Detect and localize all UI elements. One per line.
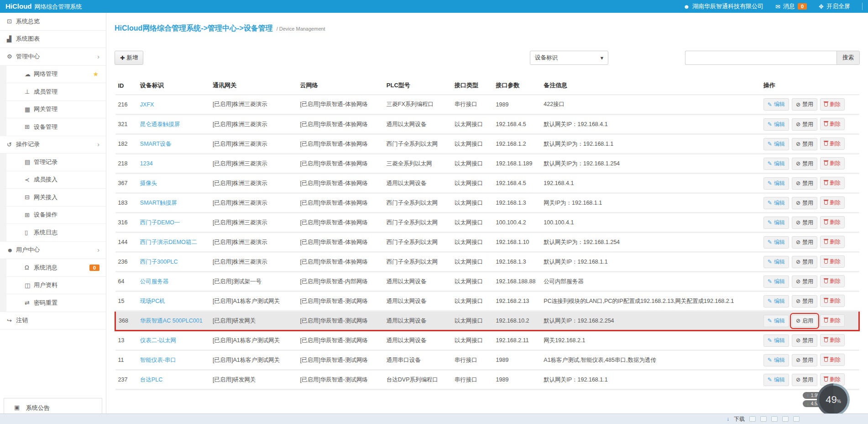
device-name-link[interactable]: JXFX — [137, 95, 210, 115]
disable-button[interactable]: ⊘禁用 — [792, 177, 817, 190]
device-name-link[interactable]: 仪表二-以太网 — [137, 331, 210, 350]
toolbar: ✚ 新增 设备标识 ▾ 搜索 — [115, 51, 860, 65]
device-name-link[interactable]: SMART设备 — [137, 134, 210, 154]
edit-button[interactable]: ✎编辑 — [763, 158, 789, 170]
add-button[interactable]: ✚ 新增 — [115, 51, 143, 65]
edit-button[interactable]: ✎编辑 — [763, 315, 789, 327]
delete-button[interactable]: 删除 — [820, 157, 845, 170]
disable-button[interactable]: ⊘禁用 — [792, 98, 817, 111]
edit-button[interactable]: ✎编辑 — [763, 177, 789, 190]
download-bar-icon-2[interactable] — [760, 416, 767, 422]
delete-label: 删除 — [830, 120, 841, 128]
delete-button[interactable]: 删除 — [820, 177, 845, 189]
fullscreen-button[interactable]: ✥ 开启全屏 — [819, 2, 850, 11]
edit-button[interactable]: ✎编辑 — [763, 334, 789, 347]
sidebar-item-admin-center[interactable]: ⚙管理中心› — [0, 48, 106, 66]
disable-button[interactable]: ⊘禁用 — [792, 138, 817, 150]
device-name-link[interactable]: 现场PC机 — [137, 292, 210, 311]
edit-button[interactable]: ✎编辑 — [763, 118, 789, 131]
edit-button[interactable]: ✎编辑 — [763, 354, 789, 366]
device-name-link[interactable]: 台达PLC — [137, 370, 210, 390]
sidebar-item-admin-records[interactable]: ▤管理记录 — [0, 154, 106, 171]
cell-cloud-network: [已启用]华辰智通-体验网络 — [297, 154, 383, 174]
download-bar-icon-1[interactable] — [749, 416, 756, 422]
delete-button[interactable]: 删除 — [820, 255, 845, 268]
cell-cloud-network: [已启用]华辰智通-测试网络 — [297, 370, 383, 390]
percent-ring[interactable]: 49 % — [817, 383, 850, 413]
search-input[interactable] — [685, 51, 837, 65]
sidebar-item-gateway-access[interactable]: ⊟网关接入 — [0, 189, 106, 207]
messages-menu[interactable]: ✉ 消息 0 — [775, 2, 807, 11]
delete-button[interactable]: 删除 — [820, 118, 845, 130]
sidebar-item-user-center[interactable]: ☻用户中心› — [0, 242, 106, 260]
disable-button[interactable]: ⊘禁用 — [792, 374, 817, 386]
device-name-link[interactable]: 公司服务器 — [137, 272, 210, 292]
delete-button[interactable]: 删除 — [820, 295, 845, 307]
device-name-link[interactable]: 智能仪表-串口 — [137, 350, 210, 370]
delete-button[interactable]: 删除 — [820, 216, 845, 228]
delete-button[interactable]: 删除 — [820, 236, 845, 248]
device-name-link[interactable]: 华辰智通AC 500PLC001 — [137, 311, 210, 331]
sidebar-item-system-overview[interactable]: ⊡系统总览 — [0, 13, 106, 31]
device-name-link[interactable]: 西门子300PLC — [137, 252, 210, 272]
disable-button[interactable]: ⊘禁用 — [792, 158, 817, 170]
download-bar-icon-5[interactable] — [793, 416, 800, 422]
delete-button[interactable]: 删除 — [820, 98, 845, 111]
disable-button[interactable]: ⊘禁用 — [792, 236, 817, 249]
pencil-icon: ✎ — [768, 318, 772, 324]
edit-button[interactable]: ✎编辑 — [763, 98, 789, 111]
device-name-link[interactable]: 1234 — [137, 154, 210, 174]
disable-button[interactable]: ⊘禁用 — [792, 295, 817, 307]
filter-select[interactable]: 设备标识 ▾ — [530, 51, 608, 65]
sidebar-item-logout[interactable]: ↪注销 — [0, 312, 106, 330]
sidebar-item-network-mgmt[interactable]: ☁网络管理★ — [0, 66, 106, 84]
edit-button[interactable]: ✎编辑 — [763, 138, 789, 150]
device-name-link[interactable]: 西门子DEMO一 — [137, 213, 210, 233]
delete-button[interactable]: 删除 — [820, 138, 845, 150]
download-bar-icon-4[interactable] — [782, 416, 789, 422]
delete-button[interactable]: 删除 — [820, 334, 845, 346]
enable-button[interactable]: ⊘启用 — [792, 315, 817, 327]
table-row: 144西门子演示DEMO箱二[已启用]株洲三菱演示[已启用]华辰智通-体验网络西… — [115, 233, 859, 252]
edit-button[interactable]: ✎编辑 — [763, 374, 789, 386]
delete-label: 删除 — [830, 297, 841, 305]
search-button[interactable]: 搜索 — [837, 51, 860, 65]
disable-button[interactable]: ⊘禁用 — [792, 334, 817, 347]
edit-button[interactable]: ✎编辑 — [763, 197, 789, 209]
delete-button[interactable]: 删除 — [820, 314, 845, 327]
edit-button[interactable]: ✎编辑 — [763, 217, 789, 229]
delete-button[interactable]: 删除 — [820, 354, 845, 366]
device-name-link[interactable]: 摄像头 — [137, 174, 210, 193]
edit-button[interactable]: ✎编辑 — [763, 256, 789, 268]
sidebar-item-member-access[interactable]: ≺成员接入 — [0, 171, 106, 189]
sidebar-item-member-mgmt[interactable]: ⊥成员管理 — [0, 83, 106, 101]
disable-button[interactable]: ⊘禁用 — [792, 118, 817, 131]
device-name-link[interactable]: 西门子演示DEMO箱二 — [137, 233, 210, 252]
edit-button[interactable]: ✎编辑 — [763, 276, 789, 288]
company-menu[interactable]: ☻ 湖南华辰智通科技有限公司 — [683, 2, 763, 11]
disable-button[interactable]: ⊘禁用 — [792, 354, 817, 366]
download-bar-icon-3[interactable] — [771, 416, 778, 422]
edit-button[interactable]: ✎编辑 — [763, 295, 789, 307]
sidebar-item-device-ops[interactable]: ⊞设备操作 — [0, 207, 106, 224]
sidebar-item-gateway-mgmt[interactable]: ▦网关管理 — [0, 101, 106, 119]
device-name-link[interactable]: SMART触摸屏 — [137, 193, 210, 213]
sidebar-item-device-mgmt[interactable]: ⊞设备管理 — [0, 118, 106, 136]
cell-actions: ✎编辑⊘禁用删除 — [761, 350, 859, 370]
sidebar-item-operation-log[interactable]: ↺操作记录› — [0, 136, 106, 154]
disable-button[interactable]: ⊘禁用 — [792, 217, 817, 229]
edit-button[interactable]: ✎编辑 — [763, 236, 789, 249]
sidebar-item-system-messages[interactable]: Ω系统消息0 — [0, 259, 106, 277]
sidebar-item-system-charts[interactable]: ▟系统图表 — [0, 31, 106, 48]
disable-button[interactable]: ⊘禁用 — [792, 197, 817, 209]
device-name-link[interactable]: 昆仑通泰触摸屏 — [137, 115, 210, 134]
chevron-right-icon: › — [97, 246, 99, 254]
delete-button[interactable]: 删除 — [820, 275, 845, 287]
disable-button[interactable]: ⊘禁用 — [792, 276, 817, 288]
sidebar-item-password-reset[interactable]: ⇄密码重置 — [0, 294, 106, 312]
sidebar-item-user-profile[interactable]: ◫用户资料 — [0, 277, 106, 295]
upload-arrow-icon: ↑ — [807, 393, 809, 398]
delete-button[interactable]: 删除 — [820, 196, 845, 209]
sidebar-item-system-log[interactable]: ▯系统日志 — [0, 224, 106, 242]
disable-button[interactable]: ⊘禁用 — [792, 256, 817, 268]
